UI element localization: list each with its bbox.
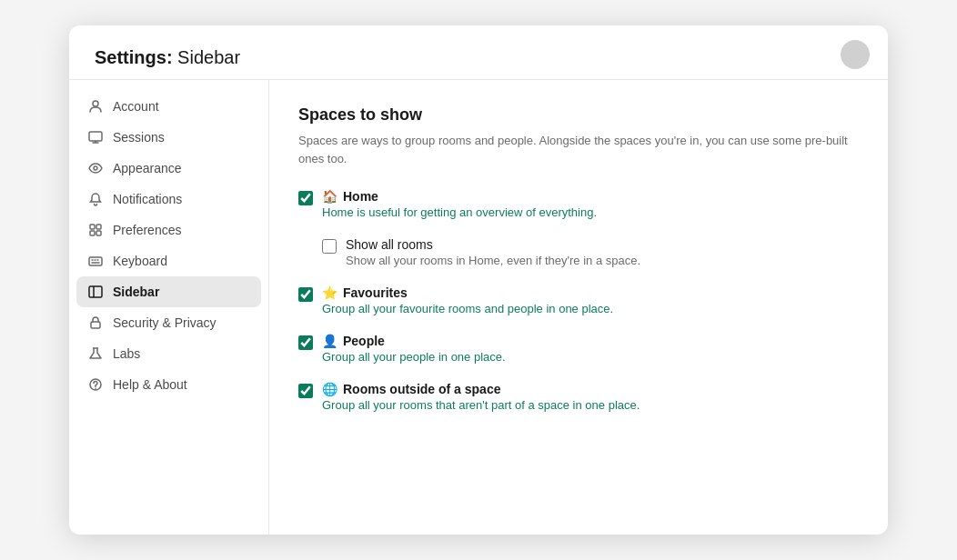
sub-item-show-all-rooms: Show all rooms Show all your rooms in Ho… <box>322 237 859 267</box>
settings-nav: Account Sessions <box>69 80 269 535</box>
settings-modal: Settings: Sidebar Account <box>69 25 888 535</box>
grid-icon <box>87 222 104 238</box>
home-label: Home <box>343 189 378 204</box>
svg-rect-1 <box>89 132 102 141</box>
bell-icon <box>87 191 104 207</box>
home-icon: 🏠 <box>322 189 337 204</box>
show-all-rooms-desc: Show all your rooms in Home, even if the… <box>346 254 640 267</box>
rooms-outside-checkbox[interactable] <box>298 384 313 398</box>
sidebar-item-labs[interactable]: Labs <box>76 338 261 369</box>
sidebar-item-sessions-label: Sessions <box>113 130 165 145</box>
svg-rect-9 <box>91 322 100 328</box>
svg-rect-6 <box>96 231 101 235</box>
space-item-home: 🏠 Home Home is useful for getting an ove… <box>298 189 859 219</box>
rooms-outside-header: 🌐 Rooms outside of a space <box>322 382 640 396</box>
eye-icon <box>87 160 104 176</box>
show-all-rooms-content: Show all rooms Show all your rooms in Ho… <box>346 237 640 267</box>
rooms-outside-desc: Group all your rooms that aren't part of… <box>322 398 640 412</box>
sidebar-item-notifications[interactable]: Notifications <box>76 184 261 215</box>
sidebar-item-security-label: Security & Privacy <box>113 315 217 330</box>
page-title: Settings: Sidebar <box>95 47 862 68</box>
lock-icon <box>87 315 104 331</box>
show-all-rooms-label: Show all rooms <box>346 237 640 252</box>
favourites-label: Favourites <box>343 285 408 300</box>
favourites-checkbox[interactable] <box>298 287 313 302</box>
svg-point-2 <box>94 166 97 170</box>
globe-icon: 🌐 <box>322 382 337 396</box>
show-all-rooms-checkbox[interactable] <box>322 239 337 254</box>
spaces-section-desc: Spaces are ways to group rooms and peopl… <box>298 132 859 167</box>
show-all-rooms-checkbox-wrapper[interactable] <box>322 239 337 257</box>
people-checkbox-wrapper[interactable] <box>298 335 313 354</box>
svg-point-0 <box>93 101 98 106</box>
home-header: 🏠 Home <box>322 189 597 204</box>
space-item-rooms-outside: 🌐 Rooms outside of a space Group all you… <box>298 382 859 412</box>
sidebar-item-help[interactable]: Help & About <box>76 369 261 400</box>
favourites-desc: Group all your favourite rooms and peopl… <box>322 302 613 315</box>
person-icon <box>87 98 104 115</box>
modal-body: Account Sessions <box>69 80 888 535</box>
space-item-favourites: ⭐ Favourites Group all your favourite ro… <box>298 285 859 315</box>
spaces-section-title: Spaces to show <box>298 105 859 125</box>
favourites-checkbox-wrapper[interactable] <box>298 287 313 305</box>
space-item-people: 👤 People Group all your people in one pl… <box>298 334 859 364</box>
sidebar-item-notifications-label: Notifications <box>113 192 182 206</box>
monitor-icon <box>87 129 104 145</box>
people-icon: 👤 <box>322 334 337 348</box>
home-checkbox-wrapper[interactable] <box>298 191 313 209</box>
avatar[interactable] <box>841 40 870 69</box>
keyboard-icon <box>87 253 104 269</box>
rooms-outside-content: 🌐 Rooms outside of a space Group all you… <box>322 382 640 412</box>
sidebar-item-sidebar-label: Sidebar <box>113 285 159 299</box>
sidebar-item-appearance[interactable]: Appearance <box>76 153 261 184</box>
sidebar-item-help-label: Help & About <box>113 377 187 392</box>
sidebar-item-account[interactable]: Account <box>76 91 261 122</box>
people-content: 👤 People Group all your people in one pl… <box>322 334 506 364</box>
flask-icon <box>87 345 104 362</box>
favourites-header: ⭐ Favourites <box>322 285 613 300</box>
svg-point-11 <box>95 388 96 390</box>
home-content: 🏠 Home Home is useful for getting an ove… <box>322 189 597 219</box>
home-desc: Home is useful for getting an overview o… <box>322 205 597 219</box>
rooms-outside-checkbox-wrapper[interactable] <box>298 384 313 402</box>
favourites-content: ⭐ Favourites Group all your favourite ro… <box>322 285 613 315</box>
people-header: 👤 People <box>322 334 506 348</box>
sidebar-icon <box>87 284 104 300</box>
home-checkbox[interactable] <box>298 191 313 205</box>
sidebar-item-labs-label: Labs <box>113 346 140 361</box>
sidebar-item-sidebar[interactable]: Sidebar <box>76 276 261 307</box>
people-label: People <box>343 334 385 348</box>
sidebar-item-security[interactable]: Security & Privacy <box>76 307 261 338</box>
people-checkbox[interactable] <box>298 335 313 350</box>
rooms-outside-label: Rooms outside of a space <box>343 382 500 396</box>
sidebar-item-account-label: Account <box>113 99 159 114</box>
svg-rect-8 <box>89 286 102 297</box>
sidebar-item-sessions[interactable]: Sessions <box>76 122 261 153</box>
sidebar-item-keyboard-label: Keyboard <box>113 254 167 268</box>
sidebar-item-preferences[interactable]: Preferences <box>76 215 261 245</box>
people-desc: Group all your people in one place. <box>322 350 506 364</box>
modal-header: Settings: Sidebar <box>69 25 888 80</box>
svg-rect-5 <box>90 231 95 235</box>
help-icon <box>87 376 104 393</box>
sidebar-item-keyboard[interactable]: Keyboard <box>76 245 261 276</box>
sidebar-item-preferences-label: Preferences <box>113 223 181 237</box>
main-content: Spaces to show Spaces are ways to group … <box>269 80 888 535</box>
sidebar-item-appearance-label: Appearance <box>113 161 182 175</box>
svg-rect-4 <box>96 225 101 229</box>
svg-rect-7 <box>89 257 102 265</box>
svg-rect-3 <box>90 225 95 229</box>
star-icon: ⭐ <box>322 285 337 300</box>
